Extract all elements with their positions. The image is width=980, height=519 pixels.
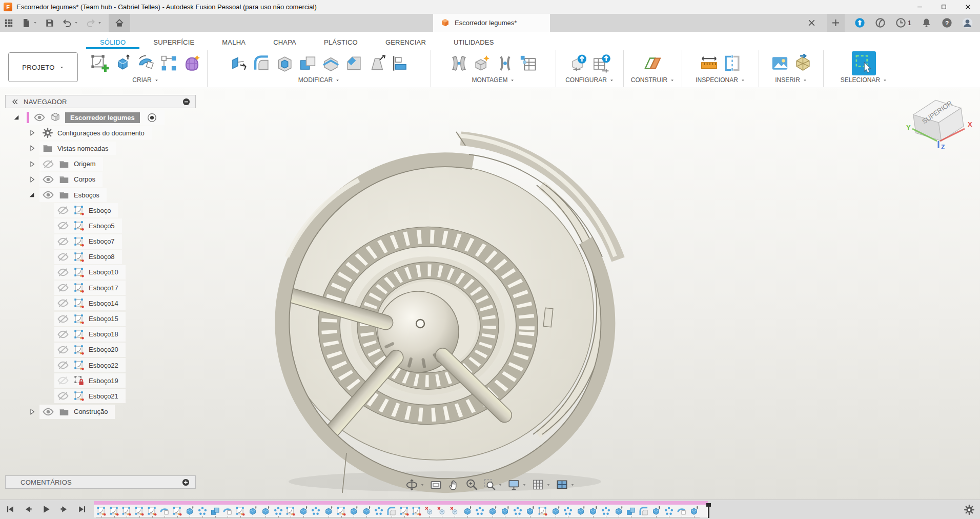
timeline-feature-sketch[interactable]: [411, 506, 423, 516]
timeline-feature-pattern[interactable]: [272, 506, 284, 516]
tool-align-button[interactable]: [390, 53, 411, 74]
avatar-button[interactable]: [962, 17, 973, 28]
tree-item-esboco19[interactable]: Esboço19: [5, 373, 196, 388]
tree-item-esboco8[interactable]: Esboço8: [5, 249, 196, 265]
tool-canvas-button[interactable]: [769, 53, 790, 74]
timeline-feature-revolve[interactable]: [221, 506, 234, 516]
group-menu-inspecionar[interactable]: INSPECIONAR: [692, 76, 748, 84]
timeline-feature-sketch[interactable]: [284, 506, 297, 516]
close-tab-button[interactable]: [806, 17, 817, 28]
tool-press-pull-button[interactable]: [228, 53, 249, 74]
tree-item-esboco21[interactable]: Esboço21: [5, 388, 196, 404]
tree-item-esboco17[interactable]: Esboço17: [5, 280, 196, 295]
tool-section-analysis-button[interactable]: [722, 53, 743, 74]
window-close-button[interactable]: [956, 0, 980, 14]
project-menu-button[interactable]: PROJETO: [8, 52, 78, 82]
timeline-feature-extrude[interactable]: [524, 506, 537, 516]
tool-fillet-button[interactable]: [251, 53, 272, 74]
ribbon-tab-chapa[interactable]: CHAPA: [259, 35, 310, 49]
group-menu-montagem[interactable]: MONTAGEM: [469, 76, 518, 84]
timeline-feature-sketch[interactable]: [537, 506, 549, 516]
tree-item-origem[interactable]: Origem: [5, 156, 196, 172]
collapsed-arrow-icon[interactable]: [28, 144, 36, 152]
visibility-off-icon[interactable]: [57, 266, 69, 278]
timeline-feature-sketch[interactable]: [171, 506, 184, 516]
tool-joint-button[interactable]: [495, 53, 516, 74]
collapsed-arrow-icon[interactable]: [28, 408, 36, 416]
timeline-feature-extrude[interactable]: [322, 506, 335, 516]
tree-item-esboco15[interactable]: Esboço15: [5, 311, 196, 326]
tree-item-escorredor-legumes[interactable]: Escorredor legumes: [5, 110, 196, 125]
timeline-feature-sketch[interactable]: [146, 506, 158, 516]
collapsed-arrow-icon[interactable]: [28, 160, 36, 168]
timeline-feature-box-error[interactable]: [436, 506, 448, 516]
zoom-window-button[interactable]: [483, 477, 503, 492]
ribbon-tab-solido[interactable]: SÓLIDO: [86, 35, 139, 49]
view-cube[interactable]: SUPERIOR Y X Z: [900, 93, 977, 155]
window-maximize-button[interactable]: [932, 0, 956, 14]
visibility-off-icon[interactable]: [57, 297, 69, 309]
timeline-feature-extrude[interactable]: [688, 506, 701, 516]
expanded-arrow-icon[interactable]: [12, 113, 21, 122]
apps-grid-button[interactable]: [0, 14, 17, 32]
visibility-off-icon[interactable]: [57, 251, 69, 263]
notifications-button[interactable]: [921, 17, 932, 28]
zoom-button[interactable]: [465, 477, 479, 492]
tool-insert-mesh-button[interactable]: [792, 53, 813, 74]
group-menu-construir[interactable]: CONSTRUIR: [628, 76, 678, 84]
timeline-feature-revolve[interactable]: [158, 506, 171, 516]
timeline-feature-extrude[interactable]: [183, 506, 196, 516]
tool-extrude-button[interactable]: [112, 53, 133, 74]
undo-button[interactable]: [58, 14, 82, 32]
tree-item-corpos[interactable]: Corpos: [5, 172, 196, 187]
tree-item-esboco20[interactable]: Esboço20: [5, 342, 196, 357]
viewports-button[interactable]: [555, 477, 576, 492]
timeline-feature-extrude[interactable]: [259, 506, 272, 516]
tree-item-vistas-nomeadas[interactable]: Vistas nomeadas: [5, 141, 196, 156]
timeline-feature-fillet[interactable]: [385, 506, 398, 516]
window-minimize-button[interactable]: [908, 0, 932, 14]
orbit-button[interactable]: [405, 477, 425, 492]
timeline-feature-extrude[interactable]: [612, 506, 625, 516]
ribbon-tab-superficie[interactable]: SUPERFÍCIE: [139, 35, 208, 49]
play-button[interactable]: [40, 503, 52, 515]
timeline-feature-sketch[interactable]: [234, 506, 247, 516]
tool-select-button[interactable]: [852, 51, 876, 75]
go-to-start-button[interactable]: [4, 503, 16, 515]
timeline-feature-box-error[interactable]: [423, 506, 436, 516]
tree-item-esboco18[interactable]: Esboço18: [5, 327, 196, 342]
visibility-off-icon[interactable]: [57, 204, 69, 216]
timeline-feature-combine[interactable]: [625, 506, 638, 516]
tool-combine-button[interactable]: [297, 53, 318, 74]
visibility-off-icon[interactable]: [57, 282, 69, 294]
display-settings-button[interactable]: [507, 477, 527, 492]
tree-item-esboco14[interactable]: Esboço14: [5, 295, 196, 311]
group-menu-selecionar[interactable]: SELECIONAR: [838, 76, 890, 84]
timeline-feature-pattern[interactable]: [373, 506, 385, 516]
tool-measure-button[interactable]: [699, 53, 720, 74]
ribbon-tab-utilidades[interactable]: UTILIDADES: [440, 35, 508, 49]
ribbon-tab-malha[interactable]: MALHA: [208, 35, 259, 49]
timeline-feature-pattern[interactable]: [310, 506, 322, 516]
ribbon-tab-plastico[interactable]: PLÁSTICO: [310, 35, 372, 49]
group-menu-modificar[interactable]: MODIFICAR: [295, 76, 343, 84]
timeline-feature-pattern[interactable]: [663, 506, 676, 516]
timeline-feature-extrude[interactable]: [461, 506, 474, 516]
timeline-feature-sketch[interactable]: [108, 506, 121, 516]
redo-button[interactable]: [82, 14, 106, 32]
tree-item-construcao[interactable]: Construção: [5, 404, 196, 420]
visibility-off-icon[interactable]: [57, 344, 69, 356]
navigator-header[interactable]: NAVEGADOR: [5, 95, 196, 108]
home-button[interactable]: [109, 14, 130, 32]
timeline-feature-pattern[interactable]: [474, 506, 486, 516]
timeline-feature-sketch[interactable]: [398, 506, 411, 516]
timeline-feature-box-error[interactable]: [448, 506, 461, 516]
tool-draft-button[interactable]: [366, 53, 387, 74]
tree-item-esboco22[interactable]: Esboço22: [5, 357, 196, 373]
minus-circle-icon[interactable]: [182, 97, 191, 106]
tool-create-sketch-button[interactable]: [89, 53, 110, 74]
visibility-off-icon[interactable]: [57, 235, 69, 248]
look-at-button[interactable]: [429, 477, 443, 492]
collapsed-arrow-icon[interactable]: [28, 129, 36, 137]
step-forward-button[interactable]: [58, 503, 70, 515]
